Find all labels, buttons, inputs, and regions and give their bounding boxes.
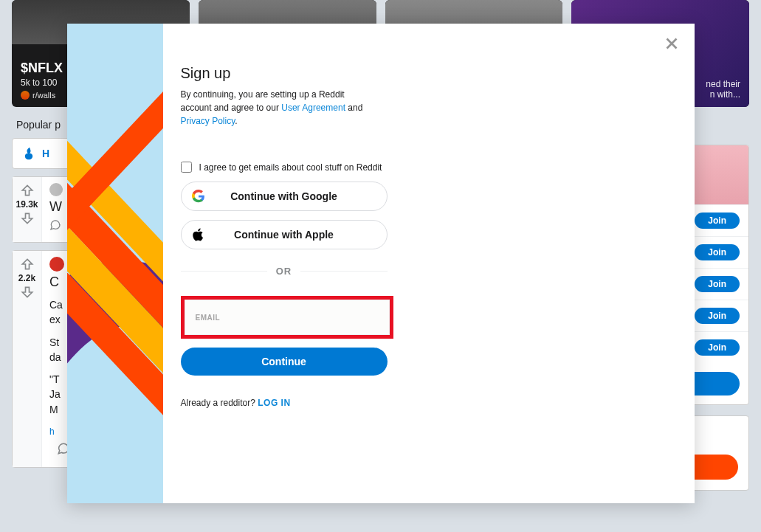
close-icon[interactable] (662, 34, 681, 53)
continue-google-button[interactable]: Continue with Google (181, 182, 388, 211)
email-field[interactable] (185, 300, 390, 335)
login-link[interactable]: LOG IN (258, 398, 290, 408)
signup-modal: Sign up By continuing, you are setting u… (67, 24, 695, 503)
already-member-text: Already a redditor? LOG IN (181, 398, 677, 408)
google-icon (192, 190, 205, 203)
signup-title: Sign up (181, 65, 677, 82)
email-consent-label: I agree to get emails about cool stuff o… (199, 162, 382, 173)
google-button-label: Continue with Google (182, 190, 387, 202)
email-consent-checkbox[interactable] (181, 162, 192, 173)
email-consent-row[interactable]: I agree to get emails about cool stuff o… (181, 162, 677, 173)
privacy-policy-link[interactable]: Privacy Policy (181, 116, 235, 126)
signup-description: By continuing, you are setting up a Redd… (181, 88, 373, 128)
modal-art-panel (67, 24, 163, 503)
user-agreement-link[interactable]: User Agreement (281, 103, 345, 113)
continue-button[interactable]: Continue (181, 348, 388, 376)
or-divider: OR (181, 266, 388, 277)
modal-overlay: Sign up By continuing, you are setting u… (0, 0, 761, 532)
continue-apple-button[interactable]: Continue with Apple (181, 220, 388, 249)
apple-button-label: Continue with Apple (182, 229, 387, 241)
apple-icon (192, 228, 205, 241)
email-input-highlight (181, 296, 393, 339)
